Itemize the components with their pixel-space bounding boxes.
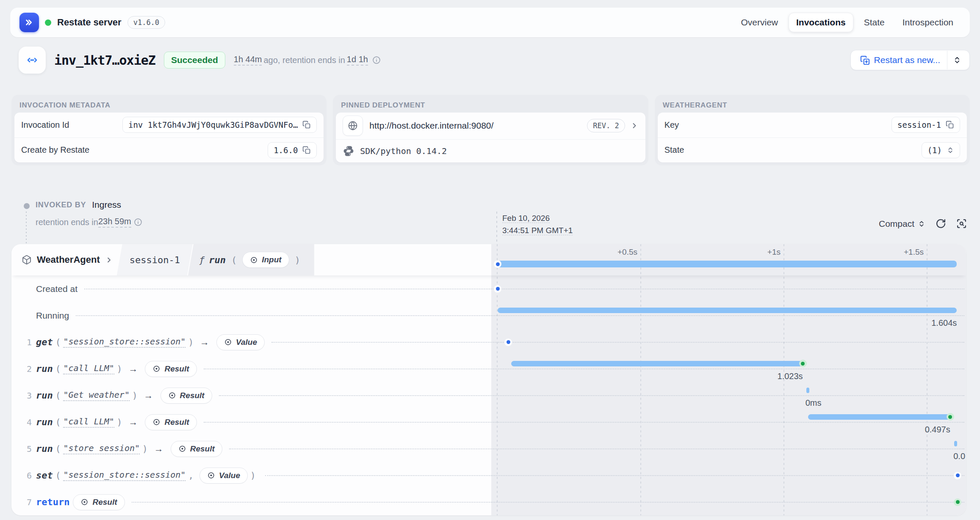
invocation-span-bar[interactable] [498,261,957,267]
deployment-endpoint-row[interactable]: http://host.docker.internal:9080/ REV. 2 [336,113,645,139]
appbar-tab-state[interactable]: State [857,13,892,32]
appbar-tab-introspection[interactable]: Introspection [895,13,961,32]
result-pill[interactable]: Result [73,494,125,510]
span-start-dot[interactable] [494,260,501,268]
restart-as-new-button[interactable]: Restart as new... [850,50,970,70]
leader-line [204,422,964,423]
invoked-by-label: INVOKED BY [36,201,86,209]
string-argument[interactable]: "session_store::session" [63,470,185,481]
card-weatheragent: WEATHERAGENT Key session-1 State (1) [655,95,970,165]
start-time[interactable]: 3:44:51 PM GMT+1 [502,226,573,235]
event-dot[interactable] [494,285,501,293]
punctuation: ( [55,444,61,454]
zoom-to-fit-icon[interactable] [956,218,967,229]
app-title: Restate server [57,17,122,28]
string-argument[interactable]: "Get weather" [63,390,130,401]
event-dot[interactable] [954,498,961,506]
retention-value[interactable]: 1d 1h [347,55,368,66]
event-dot[interactable] [504,338,512,346]
refresh-icon[interactable] [936,218,946,229]
duration-bar[interactable] [498,308,957,313]
punctuation: ( [55,417,61,427]
duration-bar[interactable] [806,388,809,393]
state-select[interactable]: (1) [922,142,960,158]
string-argument[interactable]: "call LLM" [63,363,114,374]
leader-line [132,502,964,503]
card-invocation-metadata: INVOCATION METADATA Invocation Id inv_1k… [11,95,327,165]
return-keyword: return [36,497,69,507]
trace-header: WeatherAgent session-1 ƒ run ( Input ) +… [11,244,966,275]
pill-label: Result [164,364,189,374]
paren: ( [231,255,237,265]
eye-icon [250,256,258,264]
input-pill[interactable]: Input [242,252,289,268]
duration-label: 1.604s [864,318,957,328]
key-value[interactable]: session-1 [891,117,960,133]
service-key-tab[interactable]: session-1 [117,244,193,275]
string-argument[interactable]: "store session" [63,443,140,454]
handler-name: run [209,255,226,265]
service-tab[interactable]: WeatherAgent [11,244,122,275]
duration-bar[interactable] [954,441,957,446]
card-body: Invocation Id inv_1kt7Gh4vJWjY0quwk3GiP8… [14,113,324,162]
density-select[interactable]: Compact [879,219,925,229]
event-dot[interactable] [954,472,961,479]
metadata-cards: INVOCATION METADATA Invocation Id inv_1k… [11,95,970,165]
keyword: run [36,443,53,454]
keyword: run [36,363,53,374]
card-body: http://host.docker.internal:9080/ REV. 2… [336,113,645,162]
pill-label: Input [262,255,281,264]
copy-icon[interactable] [302,146,311,154]
card-title: WEATHERAGENT [658,98,967,113]
trace-row-2: Running1.604s [11,302,966,329]
invocation-id-value[interactable]: inv_1kt7Gh4vJWjY0quwk3GiP8avDGVNFo… [122,117,317,133]
restart-options-toggle[interactable] [947,51,967,69]
duration-bar[interactable] [808,414,950,420]
pill-label: Result [180,391,205,400]
main-nav: OverviewInvocationsStateIntrospection [734,13,961,32]
app-bar: Restate server v1.6.0 OverviewInvocation… [10,8,970,37]
entry-number: 4 [21,417,32,427]
copy-plus-icon [860,55,870,65]
appbar-tab-overview[interactable]: Overview [734,13,785,32]
keyword: set [36,470,53,481]
result-pill[interactable]: Result [171,441,222,457]
result-pill[interactable]: Result [161,388,212,404]
restate-version-value[interactable]: 1.6.0 [268,142,317,158]
info-icon[interactable] [134,218,142,226]
pill-label: Value [219,471,240,480]
function-symbol: ƒ [199,255,205,265]
trace-panel: WeatherAgent session-1 ƒ run ( Input ) +… [11,244,966,515]
result-pill[interactable]: Result [145,361,197,377]
handler-tab[interactable]: ƒ run ( Input ) [188,244,314,275]
completion-dot[interactable] [947,413,954,421]
string-argument[interactable]: "session_store::session" [63,336,185,348]
result-pill[interactable]: Result [145,414,197,430]
eye-icon [178,445,186,453]
completion-dot[interactable] [799,360,807,367]
copy-icon[interactable] [946,121,954,129]
value-pill[interactable]: Value [199,468,248,484]
copy-icon[interactable] [302,121,311,129]
info-icon[interactable] [372,56,381,64]
value-pill[interactable]: Value [216,334,265,350]
string-argument[interactable]: "call LLM" [63,416,114,428]
punctuation: ) [117,364,122,374]
eye-icon [207,471,215,479]
invoked-by-section: INVOKED BY Ingress retention ends in 23h… [36,200,142,228]
age-value[interactable]: 1h 44m [234,55,262,66]
duration-label: 0ms [806,398,822,408]
appbar-tab-invocations[interactable]: Invocations [789,13,853,32]
entry-number: 7 [21,497,32,507]
chevron-right-icon [630,121,639,130]
eye-icon [168,391,176,399]
timeline-controls: Compact [879,218,967,229]
duration-bar[interactable] [511,361,803,366]
start-date[interactable]: Feb 10, 2026 [502,214,550,223]
arrow: → [144,390,153,401]
retention-countdown[interactable]: 23h 59m [98,217,131,228]
python-icon [343,145,354,157]
trace-row-6: 4run("call LLM")→Result0.497s [11,409,966,435]
created-by-row: Create by Restate 1.6.0 [14,138,324,163]
version-badge: v1.6.0 [127,16,165,29]
